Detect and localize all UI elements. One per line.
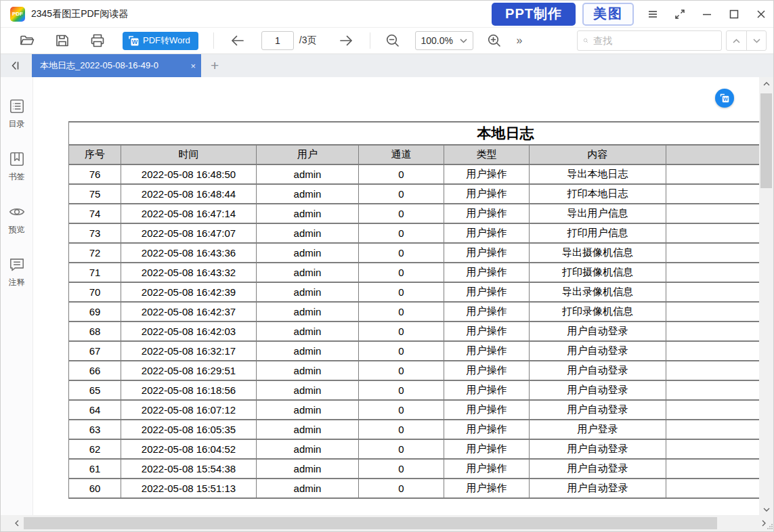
sidebar-item-preview[interactable]: 预览	[8, 203, 26, 236]
table-cell: 0	[359, 322, 444, 341]
column-header: 序号	[69, 145, 121, 164]
table-cell: 用户操作	[444, 341, 530, 361]
table-cell: 2022-05-08 16:04:52	[121, 439, 257, 459]
table-cell: admin	[257, 459, 359, 479]
horizontal-scrollbar[interactable]	[1, 515, 774, 531]
search-field[interactable]	[577, 30, 722, 51]
table-cell: admin	[257, 204, 359, 223]
print-button[interactable]	[89, 32, 106, 49]
table-cell: admin	[257, 302, 359, 322]
table-cell: 用户操作	[444, 400, 530, 420]
fullscreen-icon	[674, 8, 686, 20]
table-cell: 导出录像机信息	[530, 282, 666, 302]
scroll-left-button[interactable]	[10, 515, 24, 531]
table-cell: admin	[257, 322, 359, 341]
table-cell-empty	[666, 164, 761, 184]
table-cell: 2022-05-08 16:43:32	[121, 263, 257, 282]
table-cell-empty	[666, 263, 761, 282]
table-cell: 72	[69, 243, 121, 263]
table-row: 682022-05-08 16:42:03admin0用户操作用户自动登录	[69, 322, 761, 341]
close-button[interactable]	[748, 1, 774, 28]
maximize-icon	[728, 8, 740, 20]
tab-local-log[interactable]: 本地日志_2022-05-08-16-49-0 ×	[32, 54, 201, 77]
open-file-button[interactable]	[18, 32, 36, 49]
scroll-down-button[interactable]	[759, 503, 773, 516]
ppt-maker-button[interactable]: PPT制作	[492, 3, 576, 26]
toolbar-more-button[interactable]: »	[517, 35, 522, 47]
table-cell: 打印本地日志	[530, 184, 666, 204]
sidebar-label-bookmarks: 书签	[9, 171, 25, 183]
sidebar-item-bookmarks[interactable]: 书签	[8, 150, 26, 183]
column-header: 内容	[530, 145, 666, 164]
table-cell: 用户操作	[444, 420, 530, 439]
table-cell: admin	[257, 361, 359, 380]
find-next-button[interactable]	[746, 31, 766, 50]
find-previous-button[interactable]	[727, 31, 746, 50]
table-cell: 2022-05-08 15:54:38	[121, 459, 257, 479]
app-title: 2345看图王PDF阅读器	[31, 8, 128, 20]
table-cell: 0	[359, 243, 444, 263]
table-cell: 64	[69, 400, 121, 420]
table-cell-empty	[666, 302, 761, 322]
vertical-scroll-thumb[interactable]	[760, 93, 772, 188]
search-input[interactable]	[593, 35, 716, 46]
table-cell: 65	[69, 380, 121, 400]
table-cell-empty	[666, 243, 761, 263]
prev-page-button[interactable]	[229, 32, 246, 49]
left-sidebar: 目录 书签 预览 注释	[1, 77, 33, 516]
table-cell: 用户操作	[444, 302, 530, 322]
table-cell: 打印摄像机信息	[530, 263, 666, 282]
horizontal-scroll-thumb[interactable]	[24, 517, 717, 529]
maximize-button[interactable]	[721, 1, 748, 28]
pdf-to-word-button[interactable]: W PDF转Word	[123, 32, 198, 50]
table-cell-empty	[666, 400, 761, 420]
table-cell: 76	[69, 164, 121, 184]
table-cell: 0	[359, 361, 444, 380]
vertical-scrollbar[interactable]	[759, 77, 773, 516]
table-cell: 70	[69, 282, 121, 302]
meitu-button[interactable]: 美图	[582, 3, 634, 26]
table-cell: 2022-05-08 15:51:13	[121, 479, 257, 498]
table-cell: 0	[359, 302, 444, 322]
table-cell: 用户操作	[444, 380, 530, 400]
fullscreen-button[interactable]	[666, 1, 693, 28]
table-cell: 0	[359, 341, 444, 361]
next-page-button[interactable]	[337, 32, 355, 49]
table-cell: 2022-05-08 16:05:35	[121, 420, 257, 439]
table-cell: admin	[257, 282, 359, 302]
table-cell: 2022-05-08 16:47:14	[121, 204, 257, 223]
zoom-in-button[interactable]	[486, 32, 503, 49]
table-cell: admin	[257, 341, 359, 361]
minimize-button[interactable]	[693, 1, 721, 28]
sidebar-item-toc[interactable]: 目录	[8, 97, 26, 130]
toc-icon	[8, 97, 26, 115]
table-cell: admin	[257, 420, 359, 439]
toolbar-separator	[370, 32, 370, 49]
save-icon	[54, 32, 70, 49]
table-cell: admin	[257, 380, 359, 400]
folder-open-icon	[19, 32, 35, 49]
collapse-left-icon	[9, 60, 20, 71]
table-cell: 0	[359, 164, 444, 184]
save-button[interactable]	[53, 32, 71, 49]
zoom-level-select[interactable]: 100.0%	[415, 31, 473, 50]
pdf-to-word-float-button[interactable]: W	[715, 89, 734, 108]
table-cell: 用户自动登录	[530, 439, 666, 459]
table-cell: 61	[69, 459, 121, 479]
table-cell: 用户操作	[444, 361, 530, 380]
table-cell: 用户操作	[444, 204, 530, 223]
word-doc-icon: W	[128, 35, 139, 46]
new-tab-button[interactable]: +	[211, 58, 219, 74]
table-cell: 用户自动登录	[530, 380, 666, 400]
scroll-up-button[interactable]	[759, 77, 773, 91]
table-cell: 用户自动登录	[530, 341, 666, 361]
sidebar-item-annotations[interactable]: 注释	[8, 256, 26, 288]
arrow-right-icon	[338, 32, 354, 49]
tab-close-icon[interactable]: ×	[190, 62, 196, 70]
table-cell-empty	[666, 282, 761, 302]
menu-button[interactable]	[639, 1, 666, 28]
table-cell-empty	[666, 204, 761, 223]
page-number-input[interactable]	[261, 31, 294, 50]
zoom-out-button[interactable]	[384, 32, 402, 49]
collapse-tabs-button[interactable]	[5, 54, 25, 77]
